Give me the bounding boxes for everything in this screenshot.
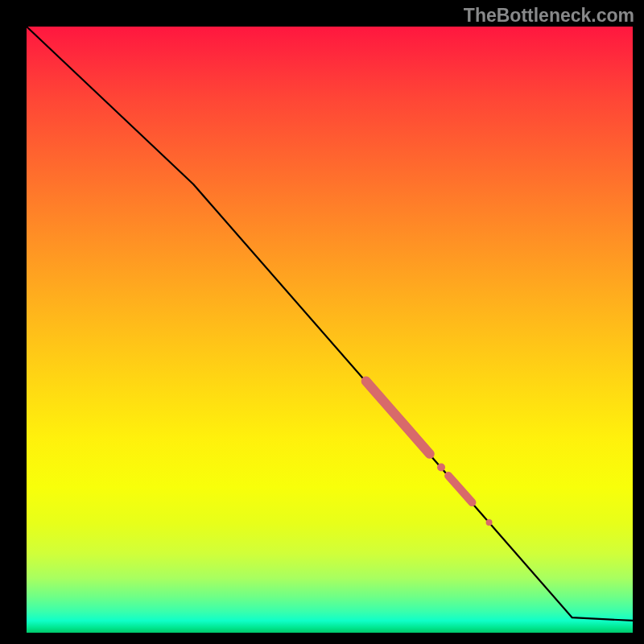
plot-area <box>27 27 633 633</box>
chart-frame: TheBottleneck.com <box>0 0 644 644</box>
highlight-dot-1 <box>437 463 445 471</box>
chart-svg <box>27 27 633 633</box>
highlight-segment-2 <box>448 476 472 502</box>
highlight-dot-2 <box>486 519 493 526</box>
curve-line <box>27 27 633 621</box>
highlight-segment-1 <box>366 382 430 454</box>
watermark-text: TheBottleneck.com <box>464 5 634 27</box>
